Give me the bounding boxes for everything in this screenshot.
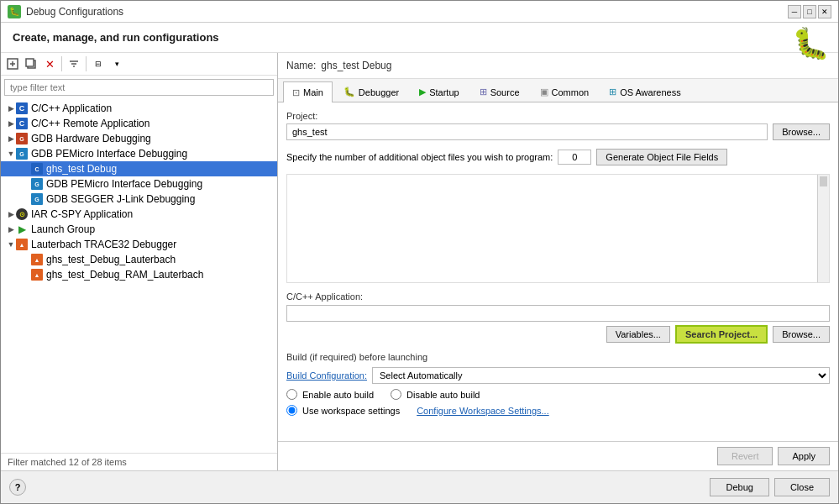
toggle-gdb-hw[interactable]: ▶ bbox=[6, 134, 16, 143]
revert-apply-bar: Revert Apply bbox=[278, 441, 838, 470]
disable-auto-build-radio[interactable] bbox=[391, 389, 401, 400]
launch-icon: ▶ bbox=[16, 223, 28, 235]
variables-button[interactable]: Variables... bbox=[606, 326, 670, 343]
apply-button[interactable]: Apply bbox=[778, 447, 830, 465]
common-tab-icon: ▣ bbox=[540, 87, 548, 97]
search-project-button[interactable]: Search Project... bbox=[675, 325, 768, 344]
project-label: Project: bbox=[286, 111, 830, 121]
tree-label-cpp-app: C/C++ Application bbox=[31, 102, 112, 114]
cpp-app-input[interactable] bbox=[286, 305, 830, 322]
tree-item-iar[interactable]: ▶ ⊙ IAR C-SPY Application bbox=[1, 207, 277, 222]
tab-main[interactable]: ⊡ Main bbox=[283, 81, 333, 102]
build-section-label: Build (if required) before launching bbox=[286, 352, 830, 362]
name-label: Name: bbox=[286, 60, 316, 71]
enable-auto-build-radio[interactable] bbox=[286, 389, 297, 400]
left-toolbar: ✕ ⊟ ▾ bbox=[1, 53, 277, 76]
debug-button[interactable]: Debug bbox=[710, 478, 768, 496]
delete-config-button[interactable]: ✕ bbox=[41, 55, 58, 72]
tree-item-gdb-segger[interactable]: ▶ G GDB SEGGER J-Link Debugging bbox=[1, 192, 277, 207]
toggle-cpp-remote[interactable]: ▶ bbox=[6, 119, 16, 128]
duplicate-config-button[interactable] bbox=[23, 55, 39, 72]
tree-item-launch[interactable]: ▶ ▶ Launch Group bbox=[1, 222, 277, 237]
config-tree: ▶ C C/C++ Application ▶ C C/C++ Remote A… bbox=[1, 99, 277, 453]
tree-label-gdb-segger: GDB SEGGER J-Link Debugging bbox=[46, 193, 195, 205]
toggle-launch[interactable]: ▶ bbox=[6, 225, 16, 234]
filter-input[interactable] bbox=[4, 79, 274, 96]
debugger-tab-icon: 🐛 bbox=[343, 87, 355, 97]
revert-button[interactable]: Revert bbox=[717, 447, 773, 465]
tab-os-awareness[interactable]: ⊞ OS Awareness bbox=[600, 81, 690, 102]
bottom-right-buttons: Debug Close bbox=[710, 478, 830, 496]
cpp-app-browse-button[interactable]: Browse... bbox=[773, 326, 830, 343]
configure-workspace-link[interactable]: Configure Workspace Settings... bbox=[417, 406, 549, 416]
generate-object-fields-button[interactable]: Generate Object File Fields bbox=[596, 149, 727, 165]
debug-configurations-window: 🐛 Debug Configurations ─ □ ✕ Create, man… bbox=[0, 0, 839, 504]
tab-debugger[interactable]: 🐛 Debugger bbox=[334, 81, 408, 102]
toggle-lauterbach[interactable]: ▼ bbox=[6, 240, 16, 249]
tree-item-ghs-debug[interactable]: ▶ C ghs_test Debug bbox=[1, 161, 277, 176]
iar-icon: ⊙ bbox=[16, 208, 28, 220]
tab-common[interactable]: ▣ Common bbox=[531, 81, 599, 102]
view-menu-button[interactable]: ▾ bbox=[108, 55, 125, 72]
build-config-link[interactable]: Build Configuration: bbox=[286, 370, 367, 381]
lauterbach-icon: ▲ bbox=[16, 239, 28, 250]
tree-label-gdb-pem: GDB PEMicro Interface Debugging bbox=[31, 148, 187, 160]
minimize-button[interactable]: ─ bbox=[788, 5, 801, 18]
close-window-button[interactable]: ✕ bbox=[818, 5, 831, 18]
project-field-row: Project: Browse... bbox=[286, 111, 830, 140]
project-browse-button[interactable]: Browse... bbox=[773, 123, 830, 140]
gdb-hw-icon: G bbox=[16, 133, 28, 144]
tab-startup[interactable]: ▶ Startup bbox=[410, 81, 468, 102]
close-button[interactable]: Close bbox=[774, 478, 830, 496]
object-count-input[interactable] bbox=[558, 150, 591, 165]
cpp-remote-icon: C bbox=[16, 118, 28, 129]
toggle-cpp-app[interactable]: ▶ bbox=[6, 104, 16, 113]
tree-item-gdb-pem2[interactable]: ▶ G GDB PEMicro Interface Debugging bbox=[1, 176, 277, 192]
startup-tab-icon: ▶ bbox=[419, 87, 426, 97]
object-files-scroll-area[interactable] bbox=[286, 174, 830, 283]
tree-label-gdb-hw: GDB Hardware Debugging bbox=[31, 133, 151, 144]
tab-common-label: Common bbox=[552, 87, 590, 97]
tree-item-cpp-app[interactable]: ▶ C C/C++ Application bbox=[1, 101, 277, 116]
tab-startup-label: Startup bbox=[429, 87, 459, 97]
enable-auto-build-radio-group: Enable auto build bbox=[286, 389, 374, 400]
tree-item-lauterbach[interactable]: ▼ ▲ Lauterbach TRACE32 Debugger bbox=[1, 237, 277, 252]
left-panel: ✕ ⊟ ▾ ▶ C C/C++ Application bbox=[1, 53, 278, 470]
window-controls: ─ □ ✕ bbox=[788, 5, 831, 18]
help-button[interactable]: ? bbox=[9, 479, 26, 496]
tab-source[interactable]: ⊞ Source bbox=[470, 81, 529, 102]
maximize-button[interactable]: □ bbox=[803, 5, 816, 18]
use-workspace-label[interactable]: Use workspace settings bbox=[302, 406, 400, 416]
build-config-select[interactable]: Select Automatically Debug Release bbox=[372, 367, 830, 384]
main-area: ✕ ⊟ ▾ ▶ C C/C++ Application bbox=[1, 53, 838, 470]
main-tab-icon: ⊡ bbox=[292, 87, 300, 98]
svg-rect-4 bbox=[26, 59, 34, 66]
gdb-segger-icon: G bbox=[31, 193, 43, 205]
new-config-button[interactable] bbox=[4, 55, 21, 72]
enable-auto-build-label[interactable]: Enable auto build bbox=[302, 390, 374, 400]
window-icon: 🐛 bbox=[8, 5, 21, 18]
toggle-gdb-pem[interactable]: ▼ bbox=[6, 150, 16, 158]
tree-item-ghs-lauterbach[interactable]: ▶ ▲ ghs_test_Debug_Lauterbach bbox=[1, 252, 277, 267]
use-workspace-radio[interactable] bbox=[286, 405, 297, 416]
tree-item-gdb-pem[interactable]: ▼ G GDB PEMicro Interface Debugging bbox=[1, 146, 277, 161]
scroll-bar-vertical[interactable] bbox=[817, 175, 829, 282]
tree-item-cpp-remote[interactable]: ▶ C C/C++ Remote Application bbox=[1, 116, 277, 131]
disable-auto-build-label[interactable]: Disable auto build bbox=[406, 390, 480, 400]
build-section: Build (if required) before launching Bui… bbox=[286, 352, 830, 416]
collapse-all-button[interactable]: ⊟ bbox=[90, 55, 107, 72]
os-tab-icon: ⊞ bbox=[609, 87, 616, 97]
tabs-bar: ⊡ Main 🐛 Debugger ▶ Startup ⊞ Source ▣ bbox=[278, 79, 838, 102]
bottom-buttons-bar: ? Debug Close bbox=[1, 470, 838, 503]
object-files-row: Specify the number of additional object … bbox=[286, 149, 830, 165]
page-header: Create, manage, and run configurations bbox=[13, 31, 826, 44]
filter-status: Filter matched 12 of 28 items bbox=[1, 453, 277, 470]
build-config-row: Build Configuration: Select Automaticall… bbox=[286, 367, 830, 384]
filter-configs-button[interactable] bbox=[66, 55, 82, 72]
tree-label-launch: Launch Group bbox=[31, 223, 95, 235]
project-input[interactable] bbox=[286, 123, 768, 140]
tree-item-gdb-hw[interactable]: ▶ G GDB Hardware Debugging bbox=[1, 131, 277, 146]
tree-item-ghs-ram-lauterbach[interactable]: ▶ ▲ ghs_test_Debug_RAM_Lauterbach bbox=[1, 267, 277, 282]
header-bug-icon: 🐛 bbox=[792, 26, 830, 61]
toggle-iar[interactable]: ▶ bbox=[6, 210, 16, 218]
